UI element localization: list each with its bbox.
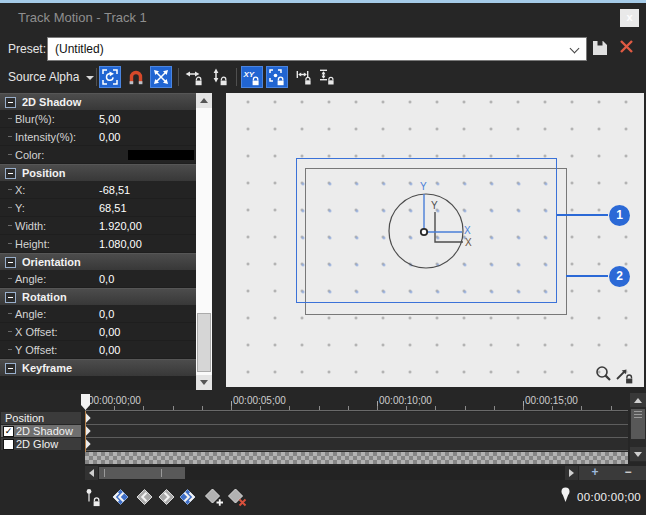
property-row-y-offset[interactable]: Y Offset: 0,00 (0, 341, 196, 359)
property-value[interactable]: 68,51 (99, 202, 127, 214)
first-keyframe-button[interactable] (108, 487, 130, 507)
track-axis-x-label: X (465, 237, 472, 248)
timeline-ruler[interactable]: 00:00:00;00 00:00:05;00 00:00:10;00 00:0… (85, 393, 628, 411)
section-2d-shadow: 2D Shadow Blur(%): 5,00 Intensity(%): 0,… (0, 93, 196, 164)
close-button[interactable]: x (620, 9, 639, 27)
property-row-height[interactable]: Height: 1.080,00 (0, 235, 196, 253)
delete-keyframe-button[interactable] (226, 487, 248, 507)
color-swatch[interactable] (128, 150, 194, 160)
property-value[interactable]: 1.080,00 (99, 238, 142, 250)
2d-glow-checkbox[interactable] (3, 439, 14, 450)
triangle-up-icon (200, 98, 208, 103)
section-header-2d-shadow[interactable]: 2D Shadow (0, 93, 196, 110)
pan-lock-button[interactable] (613, 364, 637, 388)
property-row-y[interactable]: Y: 68,51 (0, 199, 196, 217)
bullet-icon (8, 136, 12, 137)
playhead-flag[interactable] (81, 394, 90, 411)
center-handle[interactable] (421, 229, 427, 235)
prevent-scaling-x-button[interactable] (294, 66, 314, 88)
scroll-left-button[interactable] (85, 466, 98, 480)
zoom-out-button[interactable]: − (617, 466, 639, 480)
scroll-up-button[interactable] (196, 93, 212, 108)
zoom-tool-button[interactable] (594, 364, 614, 388)
chevron-down-icon[interactable] (570, 44, 580, 54)
track-label-2d-glow[interactable]: 2D Glow (1, 438, 81, 450)
last-keyframe-button[interactable] (178, 487, 200, 507)
2d-shadow-checkbox[interactable]: ✓ (3, 426, 14, 437)
track-label-2d-shadow[interactable]: ✓ 2D Shadow (1, 425, 81, 437)
ruler-label: 00:00:15;00 (525, 395, 578, 406)
property-label: X Offset: (15, 326, 58, 338)
property-row-color[interactable]: Color: (0, 146, 196, 164)
section-header-keyframe[interactable]: Keyframe (0, 359, 196, 376)
h-scrollbar-thumb[interactable] (99, 467, 185, 479)
timeline-row-2d-glow[interactable] (85, 438, 628, 451)
section-rotation: Rotation Angle: 0,0 X Offset: 0,00 Y Off… (0, 288, 196, 359)
preset-combobox[interactable]: (Untitled) (47, 37, 587, 61)
collapse-icon[interactable] (5, 168, 16, 179)
timeline-v-scrollbar[interactable] (630, 393, 646, 462)
ruler-label: 00:00:05;00 (233, 395, 286, 406)
delete-preset-button[interactable] (618, 38, 635, 59)
track-axis-lines (435, 212, 463, 242)
brackets-center-lock-icon (267, 67, 287, 87)
property-panel: 2D Shadow Blur(%): 5,00 Intensity(%): 0,… (0, 93, 196, 390)
motion-workspace[interactable]: Y X Y X 1 2 (226, 93, 644, 387)
lock-cursor-button[interactable] (82, 487, 104, 507)
source-alpha-dropdown[interactable]: Source Alpha (8, 70, 79, 84)
property-value[interactable]: 0,0 (99, 273, 114, 285)
timeline-row-2d-shadow[interactable] (85, 425, 628, 438)
property-value[interactable]: 0,0 (99, 308, 114, 320)
section-header-orientation[interactable]: Orientation (0, 253, 196, 270)
insert-keyframe-button[interactable] (203, 487, 225, 507)
save-preset-button[interactable] (591, 39, 609, 61)
property-row-width[interactable]: Width: 1.920,00 (0, 217, 196, 235)
timeline-row-position[interactable] (85, 412, 628, 425)
property-row-intensity[interactable]: Intensity(%): 0,00 (0, 128, 196, 146)
triangle-down-icon[interactable] (86, 76, 94, 80)
prevent-movement-y-button[interactable] (208, 66, 230, 88)
section-title: Keyframe (22, 362, 72, 374)
scrollbar-thumb[interactable] (197, 313, 211, 372)
collapse-icon[interactable] (5, 257, 16, 268)
previous-keyframe-button[interactable] (133, 487, 155, 507)
collapse-icon[interactable] (5, 97, 16, 108)
property-value[interactable]: 0,00 (99, 344, 120, 356)
enable-rotation-button[interactable] (99, 66, 121, 88)
next-keyframe-button[interactable] (156, 487, 178, 507)
annotation-badge-2: 2 (609, 266, 630, 287)
edit-in-object-space-button[interactable] (150, 66, 172, 88)
prevent-movement-x-button[interactable] (183, 66, 205, 88)
property-value[interactable]: 0,00 (99, 326, 120, 338)
prevent-scaling-y-button[interactable] (317, 66, 337, 88)
property-panel-scrollbar[interactable] (196, 93, 212, 390)
triangle-up-icon (634, 398, 642, 403)
lock-aspect-ratio-button[interactable]: XY (241, 66, 263, 88)
track-label-position[interactable]: Position (1, 412, 81, 424)
property-value[interactable]: 1.920,00 (99, 220, 142, 232)
collapse-icon[interactable] (5, 292, 16, 303)
property-row-x-offset[interactable]: X Offset: 0,00 (0, 323, 196, 341)
window-title: Track Motion - Track 1 (18, 10, 147, 25)
property-row-blur[interactable]: Blur(%): 5,00 (0, 110, 196, 128)
zoom-in-button[interactable]: + (584, 466, 606, 480)
enable-snapping-button[interactable] (125, 66, 147, 88)
section-header-position[interactable]: Position (0, 164, 196, 181)
section-title: Orientation (22, 256, 81, 268)
property-value[interactable]: -68,51 (99, 184, 130, 196)
property-value[interactable]: 5,00 (99, 113, 120, 125)
v-scrollbar-thumb[interactable] (631, 409, 645, 439)
scroll-down-button[interactable] (196, 375, 212, 390)
scroll-down-button[interactable] (630, 447, 646, 461)
property-row-x[interactable]: X: -68,51 (0, 181, 196, 199)
property-row-angle[interactable]: Angle: 0,0 (0, 270, 196, 288)
bullet-icon (8, 225, 12, 226)
scale-about-center-button[interactable] (266, 66, 288, 88)
scroll-up-button[interactable] (630, 393, 646, 407)
property-value[interactable]: 0,00 (99, 131, 120, 143)
scroll-right-button[interactable] (565, 466, 578, 480)
section-header-rotation[interactable]: Rotation (0, 288, 196, 305)
collapse-icon[interactable] (5, 363, 16, 374)
property-row-rot-angle[interactable]: Angle: 0,0 (0, 305, 196, 323)
timeline-h-scrollbar[interactable] (98, 466, 565, 480)
